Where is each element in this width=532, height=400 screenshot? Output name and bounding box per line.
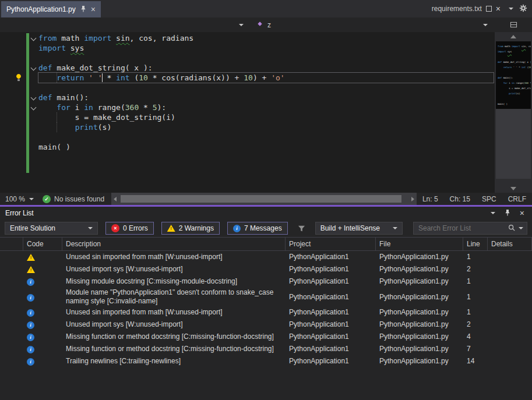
code-line[interactable]: from math import sin, cos, radians [498, 44, 529, 49]
close-icon[interactable]: × [91, 5, 96, 13]
code-line[interactable]: def main(): [498, 75, 529, 80]
description-cell: Trailing newlines [C:trailing-newlines] [62, 356, 286, 366]
code-line[interactable]: return ' ' * int (10 * cos(radians(x)) +… [38, 73, 494, 83]
filter-button[interactable] [295, 225, 308, 232]
type-dropdown[interactable] [0, 17, 249, 32]
code-line[interactable] [498, 54, 529, 59]
project-cell: PythonApplication1 [286, 320, 376, 330]
column-header-file[interactable]: File [376, 238, 463, 250]
code-line[interactable] [498, 70, 529, 75]
error-list-row[interactable]: iMissing function or method docstring [C… [0, 343, 532, 355]
window-menu-icon[interactable] [491, 212, 495, 214]
pin-icon[interactable] [505, 209, 510, 218]
member-dropdown[interactable]: z [249, 17, 495, 32]
vertical-scrollbar-map[interactable]: from math import sin, cos, radiansimport… [495, 32, 532, 193]
code-token [66, 44, 71, 52]
minimap-token [498, 66, 503, 69]
code-line[interactable]: s = make_dot_string(i) [498, 86, 529, 91]
minimap-token: make_dot_string( x ): [502, 61, 531, 63]
code-line[interactable]: for i in range(360 * 5): [498, 80, 529, 86]
horizontal-scrollbar[interactable] [111, 193, 417, 205]
fold-collapse-icon[interactable] [31, 105, 37, 111]
messages-filter-button[interactable]: i 7 Messages [227, 222, 288, 235]
scrollbar-thumb[interactable] [121, 195, 401, 203]
error-list-row[interactable]: iUnused import sys [W:unused-import]Pyth… [0, 318, 532, 331]
code-line[interactable] [38, 83, 494, 93]
tab-pythonapplication1[interactable]: PythonApplication1.py × [1, 1, 101, 17]
chevron-down-icon [88, 227, 93, 229]
code-line[interactable]: def make_dot_string( x ): [38, 63, 494, 73]
minimap-token: for [503, 82, 508, 84]
code-line[interactable] [38, 132, 494, 142]
code-line[interactable]: main( ) [38, 142, 494, 152]
scroll-down-icon[interactable] [510, 187, 516, 190]
settings-gear-icon[interactable] [519, 4, 527, 14]
column-header-selection[interactable] [0, 238, 23, 250]
search-input[interactable] [417, 224, 505, 233]
scope-dropdown[interactable]: Entire Solution [5, 222, 98, 235]
quick-actions-lightbulb-icon[interactable] [15, 73, 23, 82]
close-icon[interactable]: × [496, 5, 501, 13]
line-cell: 1 [463, 252, 488, 262]
code-line[interactable]: for i in range(360 * 5): [38, 102, 494, 112]
error-list-row[interactable]: iUnused sin imported from math [W:unused… [0, 306, 532, 318]
document-health-indicator[interactable]: ✓ No issues found [40, 195, 111, 203]
tab-list-dropdown-icon[interactable] [509, 8, 513, 10]
code-line[interactable]: import sys [498, 49, 529, 54]
keep-open-icon[interactable] [486, 6, 492, 12]
code-lines[interactable]: from math import sin, cos, radiansimport… [38, 33, 494, 152]
code-line[interactable]: def main(): [38, 93, 494, 102]
error-rows: !Unused sin imported from math [W:unused… [0, 251, 532, 367]
code-line[interactable]: print(s) [38, 122, 494, 132]
error-list-row[interactable]: iMissing function or method docstring [C… [0, 331, 532, 343]
warnings-filter-button[interactable]: ! 2 Warnings [161, 222, 220, 235]
column-header-description[interactable]: Description [62, 238, 286, 250]
scrollbar-thumb[interactable] [496, 109, 531, 179]
column-header-project[interactable]: Project [286, 238, 376, 250]
errors-filter-button[interactable]: × 0 Errors [105, 222, 154, 235]
error-list-row[interactable]: !Unused sin imported from math [W:unused… [0, 251, 532, 263]
code-cell: i [23, 356, 62, 366]
pin-icon[interactable] [80, 5, 86, 14]
scroll-up-icon[interactable] [510, 35, 516, 38]
source-dropdown[interactable]: Build + IntelliSense [315, 222, 403, 235]
zoom-control[interactable]: 100 % [0, 195, 40, 203]
minimap-token: math [503, 45, 512, 48]
error-list-title-bar[interactable]: Error List × [0, 207, 532, 220]
search-icon[interactable] [508, 224, 515, 233]
fold-collapse-icon[interactable] [31, 65, 37, 71]
scroll-left-icon[interactable] [114, 197, 117, 201]
fold-collapse-icon[interactable] [31, 95, 37, 101]
tab-label: requirements.txt [432, 5, 482, 13]
code-line[interactable]: def make_dot_string( x ): [498, 59, 529, 65]
code-line[interactable]: main( ) [498, 101, 529, 107]
code-line[interactable] [38, 53, 494, 63]
column-header-code[interactable]: Code [23, 238, 62, 250]
code-token: sys [71, 44, 84, 52]
chevron-down-icon [29, 198, 34, 200]
eol-indicator[interactable]: CRLF [502, 195, 532, 203]
code-line[interactable]: print(s) [498, 91, 529, 96]
code-editor[interactable]: from math import sin, cos, radiansimport… [0, 32, 532, 193]
close-icon[interactable]: × [520, 209, 524, 217]
scroll-right-icon[interactable] [411, 197, 414, 201]
editor-status-row: 100 % ✓ No issues found Ln: 5 Ch: 15 SPC… [0, 193, 532, 205]
error-list-row[interactable]: iTrailing newlines [C:trailing-newlines]… [0, 355, 532, 367]
code-line[interactable]: return ' ' * int (10 * cos(radians(x)) +… [498, 65, 529, 70]
error-list-row[interactable]: iModule name "PythonApplication1" doesn'… [0, 288, 532, 306]
fold-collapse-icon[interactable] [31, 36, 37, 41]
code-line[interactable] [498, 96, 529, 101]
search-error-list-box[interactable] [413, 222, 527, 235]
space-indicator[interactable]: SPC [476, 195, 502, 203]
tab-requirements[interactable]: requirements.txt × [429, 5, 503, 13]
error-list-row[interactable]: iMissing module docstring [C:missing-mod… [0, 275, 532, 288]
code-line[interactable]: import sys [38, 43, 494, 53]
chevron-down-icon[interactable] [519, 227, 523, 229]
error-list-row[interactable]: !Unused import sys [W:unused-import]Pyth… [0, 263, 532, 275]
code-line[interactable]: s = make_dot_string(i) [38, 112, 494, 122]
split-window-button[interactable] [495, 17, 532, 32]
code-token: make_dot_string( x ): [52, 63, 152, 72]
column-header-line[interactable]: Line [463, 238, 488, 250]
code-line[interactable]: from math import sin, cos, radians [38, 33, 494, 43]
column-header-details[interactable]: Details [488, 238, 532, 250]
